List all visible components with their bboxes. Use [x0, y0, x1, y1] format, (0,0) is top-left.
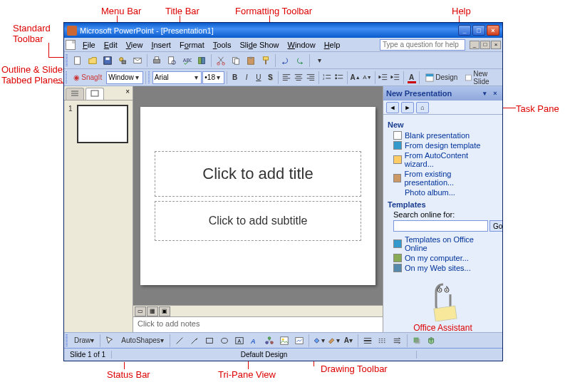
- toolbar-grip[interactable]: [66, 71, 67, 84]
- undo-button[interactable]: [278, 53, 292, 68]
- link-templates-my-computer[interactable]: On my computer...: [388, 253, 498, 263]
- align-right-button[interactable]: [305, 71, 316, 85]
- normal-view-button[interactable]: ▭: [135, 306, 146, 316]
- subtitle-placeholder[interactable]: Click to add subtitle: [155, 201, 361, 241]
- redo-button[interactable]: [293, 53, 307, 68]
- font-combo[interactable]: Arial▾: [152, 71, 202, 84]
- research-button[interactable]: [195, 53, 209, 68]
- numbering-button[interactable]: 12: [321, 71, 333, 85]
- mdi-minimize-button[interactable]: _: [470, 41, 480, 49]
- line-button[interactable]: [172, 334, 187, 348]
- clipart-button[interactable]: [277, 334, 291, 348]
- slideshow-view-button[interactable]: ▣: [159, 306, 170, 316]
- wordart-button[interactable]: A: [247, 334, 261, 348]
- menu-tools[interactable]: Tools: [209, 39, 236, 51]
- toolbar-grip[interactable]: [66, 334, 68, 347]
- link-blank-presentation[interactable]: Blank presentation: [388, 130, 498, 140]
- toolbar-grip[interactable]: [66, 54, 68, 67]
- line-color-button[interactable]: ▾: [326, 334, 341, 348]
- cut-button[interactable]: [214, 53, 228, 68]
- menu-window[interactable]: Window: [284, 39, 320, 51]
- task-pane-home-button[interactable]: ⌂: [416, 102, 429, 113]
- link-photo-album[interactable]: Photo album...: [388, 187, 498, 197]
- diagram-button[interactable]: [262, 334, 276, 348]
- minimize-button[interactable]: _: [458, 25, 471, 36]
- mdi-close-button[interactable]: ×: [491, 41, 501, 49]
- snagit-button[interactable]: ◉SnagIt: [70, 71, 105, 85]
- arrow-style-button[interactable]: [390, 334, 405, 348]
- tabs-close-button[interactable]: ×: [123, 86, 133, 100]
- tab-slides[interactable]: [86, 88, 104, 100]
- document-icon[interactable]: [66, 40, 76, 50]
- new-slide-button[interactable]: New Slide: [462, 71, 501, 85]
- design-button[interactable]: Design: [422, 71, 461, 85]
- task-pane-close-button[interactable]: ×: [491, 89, 499, 98]
- link-autocontent[interactable]: From AutoContent wizard...: [388, 150, 498, 169]
- title-bar[interactable]: Microsoft PowerPoint - [Presentation1] _…: [64, 23, 502, 38]
- template-search-input[interactable]: [393, 220, 488, 232]
- menu-file[interactable]: File: [78, 39, 100, 51]
- font-color-button[interactable]: A: [406, 71, 418, 85]
- slide-thumbnail-1[interactable]: [77, 105, 128, 143]
- email-button[interactable]: [130, 53, 145, 68]
- slide-area[interactable]: Click to add title Click to add subtitle: [133, 86, 383, 305]
- tab-outline[interactable]: [66, 88, 84, 100]
- dash-style-button[interactable]: [375, 334, 390, 348]
- 3d-style-button[interactable]: [425, 334, 439, 348]
- template-search-go-button[interactable]: Go: [489, 220, 502, 232]
- copy-button[interactable]: [229, 53, 243, 68]
- arrow-button[interactable]: [187, 334, 202, 348]
- help-search-input[interactable]: [380, 39, 465, 51]
- align-center-button[interactable]: [293, 71, 304, 85]
- toolbar-grip[interactable]: [148, 71, 150, 84]
- font-color-button-draw[interactable]: A▾: [341, 334, 356, 348]
- insert-picture-button[interactable]: [292, 334, 306, 348]
- link-existing-presentation[interactable]: From existing presentation...: [388, 169, 498, 187]
- link-templates-my-websites[interactable]: On my Web sites...: [388, 263, 498, 273]
- open-button[interactable]: [86, 53, 100, 68]
- link-templates-office-online[interactable]: Templates on Office Online: [388, 234, 498, 253]
- office-assistant[interactable]: Office Assistant: [388, 273, 498, 332]
- decrease-indent-button[interactable]: [378, 71, 389, 85]
- autoshapes-button[interactable]: AutoShapes ▾: [118, 334, 167, 348]
- format-painter-button[interactable]: [259, 53, 273, 68]
- select-objects-button[interactable]: [103, 334, 117, 348]
- title-placeholder[interactable]: Click to add title: [155, 151, 361, 197]
- draw-menu-button[interactable]: Draw ▾: [71, 334, 98, 348]
- menu-edit[interactable]: Edit: [100, 39, 122, 51]
- paste-button[interactable]: [244, 53, 258, 68]
- line-style-button[interactable]: [361, 334, 375, 348]
- new-button[interactable]: [71, 53, 85, 68]
- font-size-combo[interactable]: • 18▾: [202, 71, 224, 84]
- shadow-button[interactable]: S: [265, 71, 276, 85]
- fill-color-button[interactable]: ▾: [311, 334, 326, 348]
- menu-format[interactable]: Format: [175, 39, 209, 51]
- slide-sorter-view-button[interactable]: ▦: [147, 306, 158, 316]
- notes-pane[interactable]: Click to add notes: [133, 316, 383, 332]
- rectangle-button[interactable]: [202, 334, 217, 348]
- oval-button[interactable]: [217, 334, 232, 348]
- print-preview-button[interactable]: [165, 53, 179, 68]
- menu-insert[interactable]: Insert: [147, 39, 175, 51]
- increase-font-button[interactable]: A▲: [349, 71, 361, 85]
- underline-button[interactable]: U: [253, 71, 264, 85]
- task-pane-dropdown-button[interactable]: ▾: [480, 89, 489, 98]
- close-button[interactable]: ×: [487, 25, 499, 36]
- menu-slideshow[interactable]: Slide Show: [235, 39, 283, 51]
- link-design-template[interactable]: From design template: [388, 140, 498, 150]
- slide-canvas[interactable]: Click to add title Click to add subtitle: [140, 107, 375, 285]
- shadow-style-button[interactable]: [410, 334, 424, 348]
- italic-button[interactable]: I: [241, 71, 252, 85]
- task-pane-header[interactable]: New Presentation ▾ ×: [383, 86, 502, 100]
- permission-button[interactable]: [115, 53, 130, 68]
- mdi-restore-button[interactable]: □: [480, 41, 490, 49]
- task-pane-forward-button[interactable]: ►: [401, 102, 414, 113]
- spelling-button[interactable]: ABC: [180, 53, 194, 68]
- align-left-button[interactable]: [281, 71, 292, 85]
- menu-help[interactable]: Help: [320, 39, 345, 51]
- toolbar-options-button[interactable]: ▾: [312, 53, 326, 68]
- bold-button[interactable]: B: [229, 71, 241, 85]
- print-button[interactable]: [150, 53, 164, 68]
- maximize-button[interactable]: □: [472, 25, 485, 36]
- snagit-target-combo[interactable]: Window▾: [106, 71, 143, 84]
